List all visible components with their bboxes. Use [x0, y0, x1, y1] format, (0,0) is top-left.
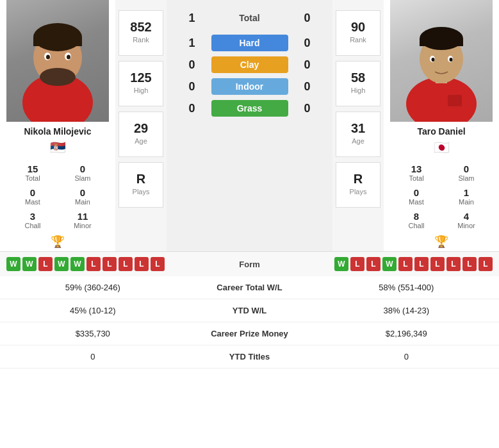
left-total-stat: 15 Total [8, 161, 58, 185]
trophy-row: 🏆 🏆 [0, 232, 499, 251]
left-mast-stat: 0 Mast [8, 185, 58, 208]
h2h-center-panel: 1 Total 0 1 Hard 0 0 Clay 0 0 Indoor 0 0 [167, 0, 332, 232]
right-minor-stat: 4 Minor [441, 208, 491, 232]
career-stat-left-1: 45% (10-12) [0, 306, 186, 315]
form-badge-right-l: L [462, 257, 477, 271]
form-badge-right-w: W [382, 257, 397, 271]
left-rank-box: 852 Rank [119, 10, 163, 56]
left-scores-col: 852 Rank 125 High 29 Age R Plays [115, 0, 167, 232]
form-badge-left-w: W [6, 257, 20, 271]
career-stat-label-3: YTD Titles [186, 352, 314, 361]
left-chall-stat: 3 Chall [8, 208, 58, 232]
right-scores-spacer [332, 232, 384, 251]
form-badge-left-l: L [38, 257, 53, 271]
left-scores-spacer [115, 232, 167, 251]
form-badge-left-l: L [151, 257, 165, 271]
right-trophy-area: 🏆 [384, 232, 499, 251]
form-badge-left-l: L [86, 257, 101, 271]
left-high-box: 125 High [119, 61, 163, 106]
total-row: 1 Total 0 [167, 6, 332, 29]
career-stat-label-2: Career Prize Money [186, 329, 314, 338]
right-trophy-icon: 🏆 [434, 235, 448, 249]
career-stat-right-2: $2,196,349 [314, 329, 500, 338]
form-badge-right-l: L [398, 257, 413, 271]
main-container: Nikola Milojevic 🇷🇸 15 Total 0 Slam 0 Ma… [0, 0, 499, 369]
right-player-photo [390, 0, 493, 122]
svg-point-8 [46, 55, 50, 60]
form-badge-right-l: L [446, 257, 461, 271]
indoor-surface-btn: Indoor [211, 78, 288, 95]
clay-surface-btn: Clay [211, 56, 288, 73]
left-player-panel: Nikola Milojevic 🇷🇸 15 Total 0 Slam 0 Ma… [0, 0, 115, 232]
svg-rect-15 [420, 38, 463, 46]
form-badge-left-l: L [135, 257, 149, 271]
form-badge-left-w: W [22, 257, 37, 271]
career-stat-left-3: 0 [0, 352, 186, 361]
career-stat-left-0: 59% (360-246) [0, 283, 186, 292]
left-player-avatar-svg [6, 0, 109, 122]
left-plays-box: R Plays [119, 162, 163, 208]
form-badge-right-l: L [414, 257, 429, 271]
clay-row: 0 Clay 0 [167, 54, 332, 76]
form-badge-left-l: L [102, 257, 117, 271]
right-main-stat: 1 Main [441, 185, 491, 208]
career-stat-row-2: $335,730 Career Prize Money $2,196,349 [0, 322, 499, 345]
form-badge-right-l: L [430, 257, 445, 271]
grass-row: 0 Grass 0 [167, 97, 332, 119]
form-badge-right-l: L [479, 257, 493, 271]
svg-rect-4 [33, 37, 82, 46]
form-badge-left-w: W [54, 257, 69, 271]
left-minor-stat: 11 Minor [58, 208, 108, 232]
form-badge-right-l: L [350, 257, 364, 271]
svg-point-19 [450, 58, 453, 62]
right-form-badges: WLLWLLLLLL [284, 257, 493, 271]
left-player-name: Nikola Milojevic [21, 122, 94, 138]
career-stat-row-1: 45% (10-12) YTD W/L 38% (14-23) [0, 299, 499, 322]
career-stat-right-3: 0 [314, 352, 500, 361]
comparison-wrapper: Nikola Milojevic 🇷🇸 15 Total 0 Slam 0 Ma… [0, 0, 499, 232]
grass-surface-btn: Grass [211, 100, 288, 117]
svg-point-18 [432, 58, 435, 62]
center-spacer [167, 232, 332, 251]
svg-rect-11 [448, 95, 462, 106]
right-player-name: Taro Daniel [414, 122, 468, 138]
left-player-photo [6, 0, 109, 122]
left-slam-stat: 0 Slam [58, 161, 108, 185]
career-stat-left-2: $335,730 [0, 329, 186, 338]
career-stat-right-0: 58% (551-400) [314, 283, 500, 292]
right-total-stat: 13 Total [391, 161, 441, 185]
left-player-flag: 🇷🇸 [50, 140, 66, 155]
career-stat-row-3: 0 YTD Titles 0 [0, 345, 499, 369]
hard-surface-btn: Hard [211, 35, 288, 51]
svg-point-9 [67, 55, 70, 60]
left-form-badges: WWLWWLLLLL [6, 257, 215, 271]
right-plays-box: R Plays [336, 162, 380, 208]
right-age-box: 31 Age [336, 112, 380, 157]
form-badge-left-w: W [70, 257, 85, 271]
form-section: WWLWWLLLLL Form WLLWLLLLLL [0, 251, 499, 276]
right-chall-stat: 8 Chall [391, 208, 441, 232]
right-high-box: 58 High [336, 61, 380, 106]
career-stat-row-0: 59% (360-246) Career Total W/L 58% (551-… [0, 276, 499, 299]
form-badge-right-w: W [334, 257, 348, 271]
hard-row: 1 Hard 0 [167, 32, 332, 54]
left-trophy-icon: 🏆 [51, 235, 65, 249]
right-mast-stat: 0 Mast [391, 185, 441, 208]
right-slam-stat: 0 Slam [441, 161, 491, 185]
right-scores-col: 90 Rank 58 High 31 Age R Plays [332, 0, 384, 232]
right-player-panel: Taro Daniel 🇯🇵 13 Total 0 Slam 0 Mast 1 [384, 0, 499, 232]
form-badge-left-l: L [119, 257, 133, 271]
right-player-flag: 🇯🇵 [434, 140, 450, 155]
career-stat-label-0: Career Total W/L [186, 283, 314, 292]
right-player-avatar-svg [390, 0, 493, 122]
career-stat-label-1: YTD W/L [186, 306, 314, 315]
svg-point-10 [406, 77, 477, 122]
career-stat-right-1: 38% (14-23) [314, 306, 500, 315]
left-age-box: 29 Age [119, 112, 163, 157]
left-trophy-area: 🏆 [0, 232, 115, 251]
right-rank-box: 90 Rank [336, 10, 380, 56]
indoor-row: 0 Indoor 0 [167, 76, 332, 97]
svg-point-5 [40, 68, 76, 86]
career-stats-section: 59% (360-246) Career Total W/L 58% (551-… [0, 276, 499, 369]
left-main-stat: 0 Main [58, 185, 108, 208]
